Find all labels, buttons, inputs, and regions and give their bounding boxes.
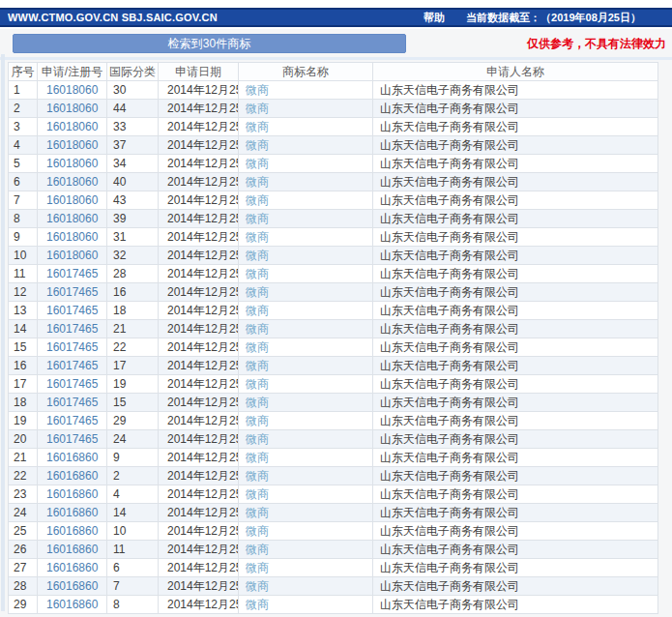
registration-number-link[interactable]: 16018060 (46, 193, 98, 207)
registration-number-link[interactable]: 16017465 (46, 359, 98, 372)
trademark-name-link[interactable]: 微商 (246, 285, 269, 299)
trademark-name-link[interactable]: 微商 (246, 322, 269, 336)
trademark-name-link[interactable]: 微商 (246, 377, 269, 391)
table-row: 1216017465162014年12月25日微商山东天信电子商务有限公司 (9, 283, 658, 302)
registration-number-link[interactable]: 16017465 (46, 340, 98, 354)
registration-number-link-cell: 16016860 (38, 522, 107, 541)
registration-number-link[interactable]: 16017465 (46, 396, 98, 409)
result-count-banner: 检索到30件商标 (13, 34, 406, 53)
trademark-name-link[interactable]: 微商 (246, 524, 269, 538)
application-date: 2014年12月25日 (159, 449, 239, 467)
registration-number-link[interactable]: 16016860 (46, 469, 98, 483)
row-seq: 2 (9, 100, 38, 118)
trademark-name-link[interactable]: 微商 (246, 175, 269, 189)
registration-number-link[interactable]: 16016860 (46, 506, 98, 519)
registration-number-link-cell: 16016860 (38, 449, 107, 467)
registration-number-link[interactable]: 16016860 (46, 561, 98, 574)
page-content: 检索到30件商标 仅供参考，不具有法律效力 序号 申请/注册号 国际分类 申请日… (0, 29, 672, 617)
row-seq: 1 (9, 81, 38, 100)
registration-number-link[interactable]: 16016860 (46, 487, 98, 501)
application-date: 2014年12月25日 (159, 522, 239, 541)
registration-number-link[interactable]: 16018060 (46, 157, 98, 170)
trademark-name-link[interactable]: 微商 (246, 598, 269, 611)
registration-number-link-cell: 16017465 (38, 375, 107, 394)
registration-number-link[interactable]: 16017465 (46, 377, 98, 391)
trademark-name-link[interactable]: 微商 (246, 157, 269, 170)
registration-number-link[interactable]: 16016860 (46, 543, 98, 556)
trademark-name-link[interactable]: 微商 (246, 506, 269, 519)
application-date: 2014年12月25日 (159, 577, 239, 596)
intl-class: 9 (107, 449, 159, 467)
trademark-name-link-cell: 微商 (239, 210, 373, 228)
intl-class: 16 (107, 283, 159, 302)
registration-number-link-cell: 16018060 (38, 136, 107, 155)
applicant-name: 山东天信电子商务有限公司 (373, 485, 658, 504)
trademark-name-link[interactable]: 微商 (246, 83, 269, 97)
registration-number-link[interactable]: 16017465 (46, 285, 98, 299)
registration-number-link[interactable]: 16016860 (46, 524, 98, 538)
registration-number-link[interactable]: 16016860 (46, 598, 98, 611)
registration-number-link[interactable]: 16018060 (46, 230, 98, 244)
registration-number-link[interactable]: 16016860 (46, 579, 98, 593)
registration-number-link[interactable]: 16017465 (46, 432, 98, 446)
header-mark-name: 商标名称 (239, 63, 373, 81)
registration-number-link[interactable]: 16017465 (46, 304, 98, 317)
registration-number-link[interactable]: 16018060 (46, 175, 98, 189)
trademark-name-link[interactable]: 微商 (246, 414, 269, 427)
trademark-name-link[interactable]: 微商 (246, 304, 269, 317)
table-row: 516018060342014年12月25日微商山东天信电子商务有限公司 (9, 155, 658, 173)
trademark-name-link[interactable]: 微商 (246, 561, 269, 574)
application-date: 2014年12月25日 (159, 485, 239, 504)
registration-number-link[interactable]: 16017465 (46, 267, 98, 280)
trademark-name-link[interactable]: 微商 (246, 579, 269, 593)
registration-number-link[interactable]: 16018060 (46, 102, 98, 115)
trademark-name-link[interactable]: 微商 (246, 102, 269, 115)
registration-number-link[interactable]: 16017465 (46, 322, 98, 336)
trademark-name-link[interactable]: 微商 (246, 340, 269, 354)
registration-number-link-cell: 16018060 (38, 191, 107, 210)
registration-number-link[interactable]: 16018060 (46, 138, 98, 152)
registration-number-link-cell: 16018060 (38, 228, 107, 247)
intl-class: 32 (107, 247, 159, 265)
table-top-separator (0, 57, 672, 60)
trademark-name-link[interactable]: 微商 (246, 120, 269, 133)
row-seq: 18 (9, 394, 38, 412)
trademark-name-link[interactable]: 微商 (246, 193, 269, 207)
table-row: 2516016860102014年12月25日微商山东天信电子商务有限公司 (9, 522, 658, 541)
registration-number-link-cell: 16016860 (38, 504, 107, 522)
intl-class: 30 (107, 81, 159, 100)
row-seq: 13 (9, 302, 38, 320)
trademark-name-link[interactable]: 微商 (246, 487, 269, 501)
trademark-name-link[interactable]: 微商 (246, 396, 269, 409)
trademark-name-link[interactable]: 微商 (246, 267, 269, 280)
row-seq: 20 (9, 430, 38, 449)
table-row: 1716017465192014年12月25日微商山东天信电子商务有限公司 (9, 375, 658, 394)
registration-number-link-cell: 16017465 (38, 338, 107, 357)
trademark-name-link[interactable]: 微商 (246, 230, 269, 244)
trademark-name-link[interactable]: 微商 (246, 212, 269, 225)
application-date: 2014年12月25日 (159, 81, 239, 100)
registration-number-link[interactable]: 16016860 (46, 451, 98, 464)
help-link[interactable]: 帮助 (424, 11, 445, 25)
intl-class: 15 (107, 394, 159, 412)
trademark-name-link[interactable]: 微商 (246, 469, 269, 483)
trademark-name-link[interactable]: 微商 (246, 451, 269, 464)
registration-number-link[interactable]: 16018060 (46, 249, 98, 262)
registration-number-link[interactable]: 16018060 (46, 83, 98, 97)
application-date: 2014年12月25日 (159, 504, 239, 522)
registration-number-link[interactable]: 16018060 (46, 120, 98, 133)
table-row: 281601686072014年12月25日微商山东天信电子商务有限公司 (9, 577, 658, 596)
intl-class: 24 (107, 430, 159, 449)
intl-class: 18 (107, 302, 159, 320)
applicant-name: 山东天信电子商务有限公司 (373, 412, 658, 430)
trademark-name-link[interactable]: 微商 (246, 359, 269, 372)
trademark-name-link[interactable]: 微商 (246, 432, 269, 446)
trademark-name-link[interactable]: 微商 (246, 138, 269, 152)
registration-number-link[interactable]: 16017465 (46, 414, 98, 427)
applicant-name: 山东天信电子商务有限公司 (373, 375, 658, 394)
trademark-name-link[interactable]: 微商 (246, 249, 269, 262)
trademark-name-link[interactable]: 微商 (246, 543, 269, 556)
application-date: 2014年12月25日 (159, 118, 239, 136)
left-edge-strip (1, 54, 5, 611)
registration-number-link[interactable]: 16018060 (46, 212, 98, 225)
